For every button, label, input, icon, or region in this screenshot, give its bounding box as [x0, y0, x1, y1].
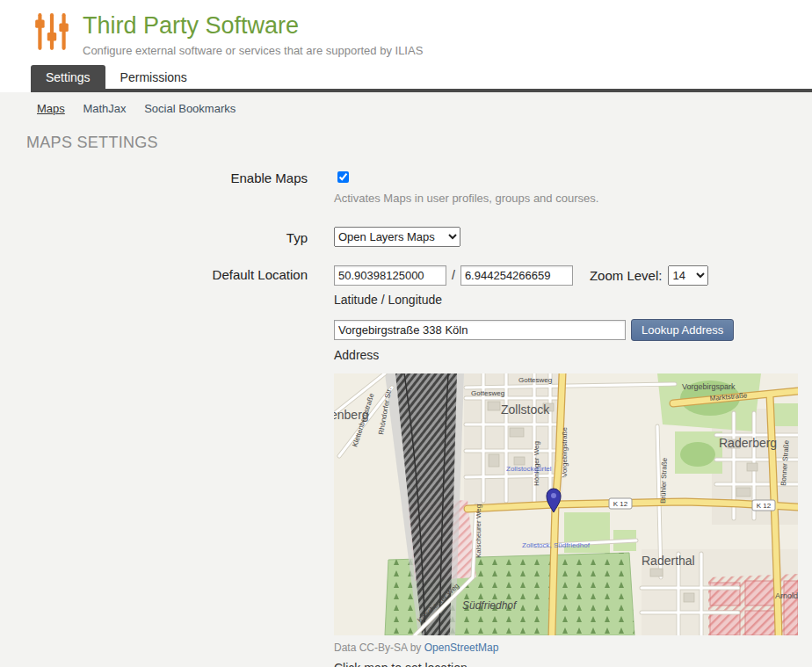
zoom-level-label: Zoom Level: — [590, 268, 663, 283]
address-input[interactable] — [334, 320, 626, 340]
map-label-zollstockguertel: Zollstockgürtel — [506, 465, 552, 473]
zoom-level-select[interactable]: 14 — [668, 265, 708, 286]
type-select[interactable]: Open Layers Maps — [334, 227, 460, 247]
type-label: Typ — [0, 227, 334, 245]
subtab-bar: Maps MathJax Social Bookmarks — [0, 92, 812, 122]
map-label-zollstock: Zollstock — [501, 402, 550, 417]
tab-bar: Settings Permissions — [31, 65, 812, 92]
location-map[interactable]: K 12 K 12 Klettenberg Klettenbergstraße … — [334, 373, 798, 635]
map-label-suedfriedhof: Südfriedhof — [462, 599, 518, 612]
default-location-row: Default Location / Zoom Level: 14 Latitu… — [0, 265, 812, 667]
subtab-maps[interactable]: Maps — [37, 102, 65, 115]
map-hint: Click map to set location. — [334, 661, 798, 667]
latlng-caption: Latitude / Longitude — [334, 293, 798, 307]
map-label-vorgebirgstrasse: Vorgebirgstraße — [561, 426, 569, 476]
road-badge-label: K 12 — [757, 502, 772, 510]
lookup-address-button[interactable]: Lookup Address — [631, 319, 734, 341]
map-label-arnoldshoehe: Arnoldshöhe — [775, 591, 798, 600]
road-badge-label: K 12 — [613, 500, 628, 508]
enable-maps-label: Enable Maps — [0, 169, 334, 185]
default-location-label: Default Location — [0, 265, 334, 282]
map-label-transit-stop: Zollstock, Südfriedhof — [522, 541, 591, 549]
section-title: MAPS SETTINGS — [26, 134, 812, 152]
openstreetmap-link[interactable]: OpenStreetMap — [424, 642, 499, 654]
map-label-vorgebirgspark: Vorgebirgspark — [682, 382, 736, 391]
third-party-software-icon — [32, 11, 72, 52]
latitude-input[interactable] — [334, 265, 446, 286]
page-header: Third Party Software Configure external … — [0, 0, 812, 65]
page-title: Third Party Software — [83, 13, 423, 40]
attribution-text: Data CC-By-SA by — [334, 642, 421, 654]
enable-maps-row: Enable Maps Activates Maps in user profi… — [0, 169, 812, 205]
subtab-mathjax[interactable]: MathJax — [83, 102, 126, 115]
maps-settings-form: Enable Maps Activates Maps in user profi… — [0, 169, 812, 667]
content-area: Maps MathJax Social Bookmarks MAPS SETTI… — [0, 92, 812, 667]
map-label-raderthal: Raderthal — [642, 554, 695, 568]
tab-permissions[interactable]: Permissions — [105, 65, 202, 89]
map-label-gottesweg: Gottesweg — [518, 376, 552, 384]
tab-settings[interactable]: Settings — [31, 65, 105, 89]
map-label-hoeninger-weg: Höninger Weg — [533, 441, 540, 486]
subtab-social-bookmarks[interactable]: Social Bookmarks — [144, 102, 236, 115]
map-label-kalscheurer-weg: Kalscheurer Weg — [475, 504, 482, 557]
map-label-raderberg: Raderberg — [719, 436, 777, 450]
type-row: Typ Open Layers Maps — [0, 227, 812, 247]
enable-maps-help: Activates Maps in user profiles, groups … — [334, 192, 598, 205]
map-attribution: Data CC-By-SA by OpenStreetMap — [334, 642, 798, 654]
map-label-bruehler-strasse: Brühler Straße — [659, 457, 669, 504]
enable-maps-checkbox[interactable] — [337, 171, 349, 183]
address-caption: Address — [334, 348, 798, 362]
longitude-input[interactable] — [460, 265, 573, 286]
map-label-gottesweg: Gottesweg — [471, 389, 504, 397]
latlng-separator: / — [452, 268, 455, 282]
page-subtitle: Configure external software or services … — [83, 44, 423, 57]
